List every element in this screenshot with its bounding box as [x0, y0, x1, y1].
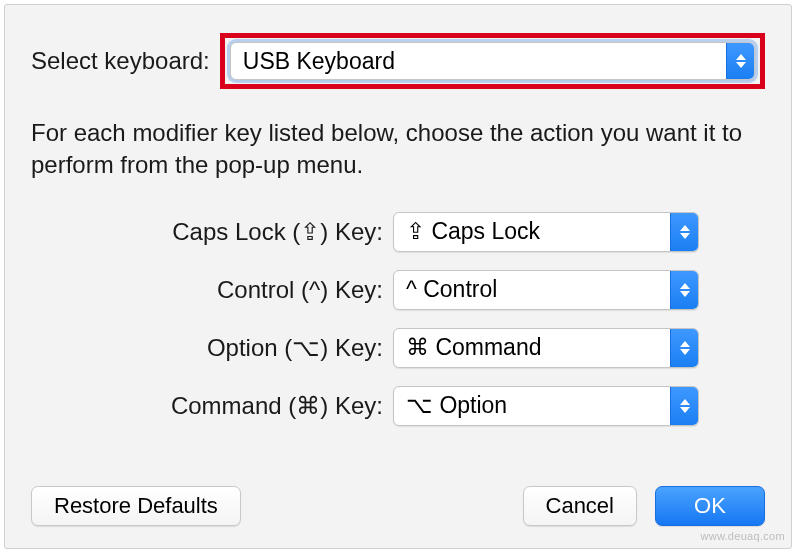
description-text: For each modifier key listed below, choo… — [31, 117, 751, 182]
caps-lock-label: Caps Lock (⇪) Key: — [31, 218, 393, 246]
caps-lock-popup[interactable]: ⇪ Caps Lock — [393, 212, 699, 252]
command-row: Command (⌘) Key: ⌥ Option — [31, 386, 765, 426]
control-label: Control (^) Key: — [31, 276, 393, 304]
select-keyboard-row: Select keyboard: USB Keyboard — [31, 33, 765, 89]
option-row: Option (⌥) Key: ⌘ Command — [31, 328, 765, 368]
command-value: ⌥ Option — [394, 392, 670, 419]
watermark-text: www.deuaq.com — [700, 530, 785, 542]
restore-defaults-button[interactable]: Restore Defaults — [31, 486, 241, 526]
popup-arrows-icon — [670, 213, 698, 251]
control-popup[interactable]: ^ Control — [393, 270, 699, 310]
modifier-rows: Caps Lock (⇪) Key: ⇪ Caps Lock Control (… — [31, 212, 765, 426]
option-popup[interactable]: ⌘ Command — [393, 328, 699, 368]
cancel-button[interactable]: Cancel — [523, 486, 637, 526]
control-value: ^ Control — [394, 276, 670, 303]
control-row: Control (^) Key: ^ Control — [31, 270, 765, 310]
caps-lock-row: Caps Lock (⇪) Key: ⇪ Caps Lock — [31, 212, 765, 252]
modifier-keys-sheet: Select keyboard: USB Keyboard For each m… — [4, 4, 792, 549]
popup-arrows-icon — [726, 43, 754, 79]
select-keyboard-label: Select keyboard: — [31, 47, 210, 75]
command-popup[interactable]: ⌥ Option — [393, 386, 699, 426]
caps-lock-value: ⇪ Caps Lock — [394, 218, 670, 245]
select-keyboard-value: USB Keyboard — [231, 48, 726, 75]
ok-button[interactable]: OK — [655, 486, 765, 526]
popup-arrows-icon — [670, 387, 698, 425]
button-bar: Restore Defaults Cancel OK — [31, 486, 765, 526]
option-value: ⌘ Command — [394, 334, 670, 361]
option-label: Option (⌥) Key: — [31, 334, 393, 362]
popup-arrows-icon — [670, 329, 698, 367]
annotation-highlight: USB Keyboard — [220, 33, 765, 89]
command-label: Command (⌘) Key: — [31, 392, 393, 420]
select-keyboard-popup[interactable]: USB Keyboard — [230, 42, 755, 80]
popup-arrows-icon — [670, 271, 698, 309]
